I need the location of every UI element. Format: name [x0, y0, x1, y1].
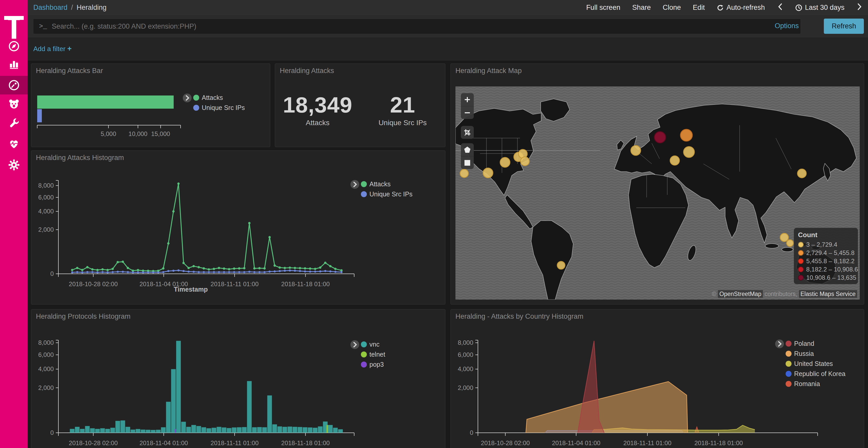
- zoom-in-button[interactable]: [461, 93, 474, 106]
- share-button[interactable]: Share: [632, 4, 651, 12]
- svg-text:2018-10-28 02:00: 2018-10-28 02:00: [69, 280, 118, 287]
- legend-collapse-button[interactable]: [775, 339, 784, 350]
- svg-text:2018-10-28 02:00: 2018-10-28 02:00: [69, 440, 118, 446]
- map-legend-dot: [798, 267, 804, 272]
- svg-text:4,000: 4,000: [38, 208, 54, 215]
- sidebar-item-discover[interactable]: [0, 37, 28, 55]
- draw-polygon-button[interactable]: [461, 143, 474, 156]
- svg-text:2018-11-04 01:00: 2018-11-04 01:00: [140, 440, 188, 446]
- legend-collapse-button[interactable]: [350, 180, 360, 190]
- time-back-button[interactable]: [777, 3, 783, 12]
- legend-item[interactable]: pop3: [361, 359, 385, 370]
- search-input[interactable]: [52, 23, 801, 30]
- legend-color-dot: [193, 95, 199, 101]
- sidebar-item-tools[interactable]: [0, 113, 28, 132]
- attack-location-circle[interactable]: [483, 168, 493, 178]
- attacks-bar-legend[interactable]: AttacksUnique Src IPs: [193, 93, 245, 113]
- panel-protocols-histogram[interactable]: Heralding Protocols Histogram 02,0004,00…: [31, 309, 445, 448]
- breadcrumb-separator: /: [71, 4, 73, 12]
- attack-location-circle[interactable]: [654, 132, 666, 143]
- legend-label: telnet: [369, 351, 385, 358]
- legend-item[interactable]: Attacks: [361, 179, 412, 189]
- sidebar-item-dashboard[interactable]: [0, 76, 28, 95]
- legend-label: Attacks: [369, 180, 391, 188]
- panel-attacks-histogram[interactable]: Heralding Attacks Histogram 02,0004,0006…: [31, 150, 445, 305]
- svg-text:6,000: 6,000: [38, 194, 54, 201]
- legend-item[interactable]: Poland: [785, 339, 845, 349]
- legend-color-dot: [361, 361, 367, 368]
- svg-text:5,000: 5,000: [101, 130, 116, 137]
- metric-value: 21: [360, 92, 445, 118]
- clone-button[interactable]: Clone: [663, 4, 681, 12]
- time-range-picker[interactable]: Last 30 days: [795, 4, 844, 12]
- time-forward-button[interactable]: [857, 3, 863, 12]
- zoom-out-button[interactable]: [461, 106, 474, 119]
- attack-location-circle[interactable]: [670, 156, 679, 165]
- country-histogram-legend[interactable]: PolandRussiaUnited StatesRepublic of Kor…: [785, 339, 845, 389]
- svg-text:2018-11-04 01:00: 2018-11-04 01:00: [552, 440, 600, 446]
- draw-rectangle-button[interactable]: [461, 156, 474, 169]
- elastic-maps-service-link[interactable]: Elastic Maps Service: [799, 290, 857, 298]
- heartbeat-icon: [8, 138, 20, 150]
- attack-location-circle[interactable]: [798, 169, 806, 178]
- panel-attacks-bar[interactable]: Heralding Attacks Bar 5,00010,00015,000 …: [31, 64, 270, 147]
- protocols-histogram-legend[interactable]: vnctelnetpop3: [361, 339, 385, 370]
- add-filter-link[interactable]: Add a filter +: [33, 44, 71, 53]
- svg-text:6,000: 6,000: [458, 351, 473, 358]
- openstreetmap-link[interactable]: OpenStreetMap: [718, 290, 763, 298]
- sidebar-item-visualize[interactable]: [0, 55, 28, 73]
- legend-collapse-button[interactable]: [350, 340, 360, 350]
- attack-location-circle[interactable]: [500, 158, 510, 167]
- world-map[interactable]: Count 3 – 2,729.4 2,729.4 – 5,455.8 5,45…: [456, 87, 860, 300]
- legend-item[interactable]: vnc: [361, 339, 385, 349]
- refresh-button[interactable]: Refresh: [824, 19, 864, 34]
- attack-location-circle[interactable]: [684, 146, 694, 158]
- attack-location-circle[interactable]: [521, 157, 529, 166]
- options-link[interactable]: Options: [775, 22, 799, 30]
- legend-label: Attacks: [202, 94, 223, 101]
- legend-item[interactable]: Unique Src IPs: [361, 189, 412, 199]
- legend-toggle-icon: [182, 93, 192, 103]
- legend-color-dot: [785, 341, 792, 347]
- breadcrumb-dashboard-link[interactable]: Dashboard: [33, 4, 67, 12]
- svg-text:2018-11-11 01:00: 2018-11-11 01:00: [211, 280, 258, 287]
- legend-item[interactable]: Republic of Korea: [785, 369, 845, 379]
- sidebar-item-tpot[interactable]: [0, 95, 28, 113]
- map-legend-dot: [798, 242, 804, 247]
- map-legend-label: 8,182.2 – 10,908.6: [806, 266, 858, 273]
- legend-collapse-button[interactable]: [182, 93, 192, 104]
- pentagon-icon: [464, 146, 471, 153]
- sidebar-item-health[interactable]: [0, 135, 28, 153]
- legend-label: Romania: [794, 380, 820, 388]
- legend-item[interactable]: Romania: [785, 379, 845, 389]
- fit-bounds-button[interactable]: [461, 126, 474, 139]
- attacks-histogram-legend[interactable]: AttacksUnique Src IPs: [361, 179, 412, 199]
- legend-color-dot: [361, 191, 367, 197]
- attack-location-circle[interactable]: [460, 169, 468, 177]
- map-legend-dot: [798, 250, 804, 256]
- sidebar-item-settings[interactable]: [0, 156, 28, 174]
- panel-country-histogram[interactable]: Heralding - Attacks by Country Histogram…: [451, 309, 864, 448]
- full-screen-button[interactable]: Full screen: [586, 4, 620, 12]
- attack-location-circle[interactable]: [631, 145, 641, 156]
- attack-location-circle[interactable]: [780, 233, 788, 242]
- legend-item[interactable]: Unique Src IPs: [193, 103, 245, 113]
- map-draw-controls: [461, 143, 474, 169]
- legend-color-dot: [361, 181, 367, 187]
- plus-icon: [464, 96, 471, 103]
- attack-location-circle[interactable]: [680, 129, 692, 141]
- legend-item[interactable]: Russia: [785, 349, 845, 359]
- legend-item[interactable]: telnet: [361, 349, 385, 359]
- auto-refresh-button[interactable]: Auto-refresh: [717, 4, 765, 12]
- map-legend-row: 2,729.4 – 5,455.8: [798, 249, 858, 257]
- legend-item[interactable]: Attacks: [193, 93, 245, 103]
- legend-label: United States: [794, 360, 833, 368]
- legend-item[interactable]: United States: [785, 359, 845, 369]
- edit-button[interactable]: Edit: [693, 4, 705, 12]
- panel-attacks-metric[interactable]: Heralding Attacks 18,349 Attacks 21 Uniq…: [275, 64, 445, 147]
- attack-location-circle[interactable]: [786, 240, 793, 246]
- map-attribution: © OpenStreetMap contributors, Elastic Ma…: [712, 290, 857, 298]
- svg-text:4,000: 4,000: [458, 366, 473, 372]
- panel-attack-map[interactable]: Heralding Attack Map: [451, 64, 864, 305]
- attack-location-circle[interactable]: [557, 262, 565, 269]
